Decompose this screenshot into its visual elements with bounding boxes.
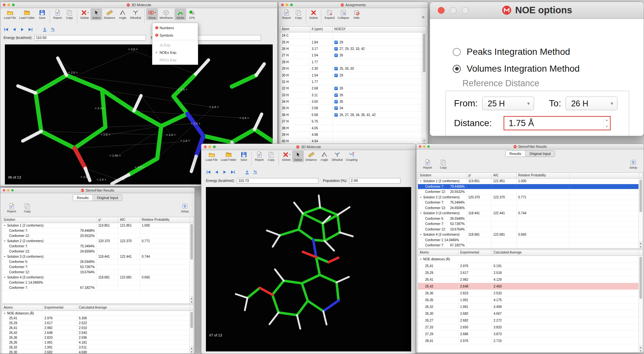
delete-button[interactable]: ▾Delete: [280, 150, 292, 162]
angle-button[interactable]: Angle: [117, 8, 128, 20]
checkbox-checked[interactable]: ✓: [334, 87, 338, 90]
table-row[interactable]: 34 H3.50✓35: [280, 99, 422, 105]
overlay-a-button[interactable]: [42, 27, 47, 32]
checkbox-checked[interactable]: ✓: [334, 74, 338, 77]
close-button[interactable]: [419, 146, 421, 148]
scrollbar-thumb[interactable]: [423, 33, 425, 72]
nav-first-button[interactable]: [4, 27, 9, 32]
expand-button[interactable]: Expand: [323, 8, 336, 20]
dihedral-button[interactable]: Dihedral: [330, 150, 344, 162]
zoom-button[interactable]: [462, 7, 469, 14]
close-button[interactable]: [204, 146, 207, 148]
minimize-button[interactable]: [209, 146, 211, 148]
show-button[interactable]: ▾Show: [146, 8, 158, 20]
titlebar[interactable]: 3D Molecule: [0, 2, 277, 8]
to-select[interactable]: 26 H ▼: [566, 97, 617, 110]
zoom-button[interactable]: [427, 146, 430, 148]
scroll-down-arrow[interactable]: ▼: [639, 245, 643, 248]
minimize-button[interactable]: [450, 7, 457, 14]
conformer-row[interactable]: Conformer 13:24.6506%: [2, 249, 189, 254]
dihedral-button[interactable]: Dihedral: [128, 8, 143, 20]
column-header-noesy[interactable]: NOESY: [333, 27, 426, 32]
sticks-button[interactable]: Sticks: [174, 8, 186, 20]
checkbox-checked[interactable]: ✓: [334, 47, 338, 51]
titlebar[interactable]: 3D Molecule: [201, 144, 416, 150]
report-button[interactable]: Report: [280, 8, 292, 20]
coupling-button[interactable]: Coupling: [344, 150, 359, 162]
table-row[interactable]: 37 H5.75: [280, 118, 422, 125]
distance-input[interactable]: 1.75 Å ▲ ▼: [504, 116, 611, 130]
disclosure-triangle-icon[interactable]: ▼: [4, 224, 6, 227]
column-header-[interactable]: χ²: [467, 173, 492, 178]
conformer-row[interactable]: Conformer 7:67.1827%: [2, 285, 189, 290]
atom-row[interactable]: 26,321.9913.511: [2, 345, 189, 350]
column-header-blank[interactable]: [570, 173, 639, 178]
tab-results[interactable]: Results: [73, 195, 93, 201]
report-button[interactable]: Report: [52, 8, 64, 20]
column-header-[interactable]: χ²: [97, 217, 118, 223]
disclosure-triangle-icon[interactable]: ▼: [420, 258, 422, 260]
delete-button[interactable]: Delete: [308, 8, 319, 20]
titlebar[interactable]: StereoFitter Results: [416, 144, 644, 149]
column-header-atom[interactable]: Atom: [280, 27, 310, 32]
column-header-relative-probability[interactable]: Relative Probability: [517, 173, 570, 178]
conformer-row[interactable]: Conformer 13:24.6506%: [418, 206, 638, 211]
select-button[interactable]: Select: [90, 8, 102, 20]
disclosure-triangle-icon[interactable]: ▼: [4, 276, 6, 278]
stepper-down-icon[interactable]: ▼: [604, 123, 610, 130]
atom-row[interactable]: 26,302.6824.667: [418, 310, 638, 317]
stepper-up-icon[interactable]: ▲: [604, 117, 610, 123]
group-row[interactable]: ▼NOE distances (Å): [2, 311, 189, 316]
solution-row[interactable]: ▼Solution 2 (2 conformers)120.370122.370…: [2, 239, 189, 244]
checkbox-checked[interactable]: ✓: [334, 93, 338, 97]
table-row[interactable]: 33 H3.11✓26: [280, 92, 422, 99]
nav-prev-button[interactable]: [214, 170, 219, 175]
overlay-b-button[interactable]: [50, 27, 55, 32]
conformer-row[interactable]: Conformer 5:26.5949%: [418, 216, 638, 222]
checkbox-checked[interactable]: ✓: [334, 100, 338, 103]
from-select[interactable]: 25 H ▼: [482, 97, 534, 110]
table-row[interactable]: 28 H1.77: [280, 59, 422, 65]
close-button[interactable]: [438, 7, 445, 14]
energy-input[interactable]: [237, 178, 318, 183]
solution-row[interactable]: ▼Solution 3 (3 conformers)118.441122.441…: [418, 211, 638, 216]
scroll-down-arrow[interactable]: ▼: [190, 350, 194, 353]
disclosure-triangle-icon[interactable]: ▼: [4, 255, 6, 258]
volumes-method-option[interactable]: Volumes Integration Method: [453, 64, 580, 74]
menu-item-rdcs-exp[interactable]: RDCs Exp.: [152, 56, 198, 64]
distance-button[interactable]: Distance: [102, 8, 117, 20]
wireframe-button[interactable]: Wireframe: [158, 8, 175, 20]
conformer-row[interactable]: Conformer 7:53.7287%: [2, 265, 189, 270]
disclosure-triangle-icon[interactable]: ▼: [420, 212, 422, 214]
vertical-scrollbar[interactable]: ▲ ▼: [189, 311, 194, 353]
checkbox-checked[interactable]: ✓: [334, 106, 338, 110]
disclosure-triangle-icon[interactable]: ▼: [4, 312, 6, 314]
atom-row[interactable]: 26,412.9822.910: [2, 325, 189, 330]
tab-original-input[interactable]: Original Input: [93, 195, 122, 201]
table-row[interactable]: 30 H1.54✓29: [280, 72, 422, 78]
solution-row[interactable]: ▼Solution 4 (3 conformers)118.681122.681…: [418, 232, 638, 238]
setup-button[interactable]: Setup: [627, 158, 639, 170]
atom-row[interactable]: 26,422.6482.450: [418, 283, 638, 290]
conformer-row[interactable]: Conformer 1:14.0466%: [418, 238, 638, 243]
atom-row[interactable]: 28,412.9762.715: [418, 337, 638, 344]
nav-last-button[interactable]: [230, 170, 235, 175]
checkbox-checked[interactable]: ✓: [334, 113, 338, 117]
molecule-viewport[interactable]: #7 of 13: [206, 187, 411, 351]
scroll-up-arrow[interactable]: ▲: [190, 296, 194, 300]
atom-row[interactable]: 26,302.6824.690: [2, 350, 189, 353]
atom-row[interactable]: 26,362.8232.595: [2, 335, 189, 340]
conformer-row[interactable]: Conformer 12:19.6764%: [2, 270, 189, 275]
nav-next-button[interactable]: [20, 27, 25, 32]
solution-row[interactable]: ▼Solution 3 (3 conformers)118.441122.441…: [2, 254, 189, 259]
copy-button[interactable]: Copy: [21, 202, 33, 214]
load-file-button[interactable]: Load File: [204, 150, 219, 162]
conformer-row[interactable]: Conformer 7:75.3494%: [418, 200, 638, 206]
checkbox-checked[interactable]: ✓: [334, 67, 338, 70]
scroll-down-arrow[interactable]: ▼: [639, 349, 643, 352]
vertical-scrollbar[interactable]: ▲ ▼: [422, 32, 426, 145]
radio-selected-icon[interactable]: [453, 65, 461, 73]
vertical-scrollbar[interactable]: ▲ ▼: [638, 179, 643, 248]
solution-row[interactable]: ▼Solution 2 (2 conformers)120.370122.370…: [418, 195, 638, 200]
column-header-aic[interactable]: AIC: [492, 173, 517, 178]
